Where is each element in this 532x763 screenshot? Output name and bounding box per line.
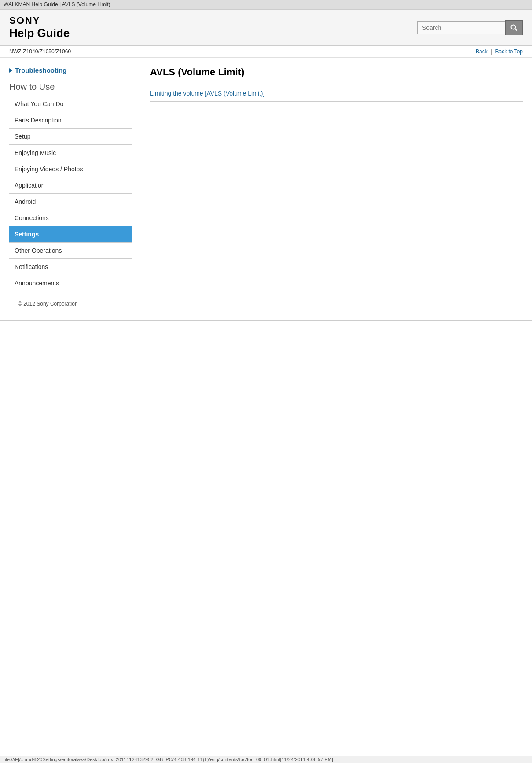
search-input[interactable] <box>417 21 505 34</box>
sidebar: Troubleshooting How to Use What You Can … <box>9 66 132 311</box>
how-to-use-label: How to Use <box>9 82 132 92</box>
sidebar-item-application[interactable]: Application <box>9 177 132 193</box>
article-separator <box>150 85 523 85</box>
sidebar-item-android[interactable]: Android <box>9 193 132 210</box>
header: SONY Help Guide <box>0 10 532 46</box>
svg-point-0 <box>511 25 516 29</box>
sidebar-item-label: Announcements <box>15 280 59 287</box>
sidebar-item-label: Connections <box>15 214 49 221</box>
article-link[interactable]: Limiting the volume [AVLS (Volume Limit)… <box>150 90 264 97</box>
device-model: NWZ-Z1040/Z1050/Z1060 <box>9 48 71 55</box>
sony-logo: SONY <box>9 15 70 26</box>
sidebar-item-announcements[interactable]: Announcements <box>9 275 132 291</box>
sidebar-item-label: Enjoying Music <box>15 149 56 156</box>
sidebar-item-enjoying-videos[interactable]: Enjoying Videos / Photos <box>9 161 132 177</box>
browser-title-bar: WALKMAN Help Guide | AVLS (Volume Limit) <box>0 0 532 9</box>
sidebar-item-label: Android <box>15 198 36 205</box>
search-button[interactable] <box>505 20 523 35</box>
troubleshooting-label: Troubleshooting <box>15 66 67 74</box>
sidebar-item-label: Application <box>15 182 45 189</box>
content-area: Troubleshooting How to Use What You Can … <box>0 58 532 320</box>
nav-links: Back | Back to Top <box>476 48 523 55</box>
nav-separator: | <box>491 48 492 55</box>
sidebar-item-label: Other Operations <box>15 247 62 254</box>
page-wrapper: SONY Help Guide NWZ-Z1040/Z1050/Z1060 Ba… <box>0 9 532 321</box>
help-guide-title: Help Guide <box>9 26 70 40</box>
article-title: AVLS (Volume Limit) <box>150 66 523 78</box>
sidebar-item-label: Parts Description <box>15 117 62 124</box>
troubleshooting-link[interactable]: Troubleshooting <box>9 66 132 74</box>
back-link[interactable]: Back <box>476 48 488 55</box>
chevron-right-icon <box>9 68 12 73</box>
sidebar-item-label: What You Can Do <box>15 100 63 107</box>
footer: © 2012 Sony Corporation <box>9 291 132 311</box>
sidebar-item-parts-description[interactable]: Parts Description <box>9 112 132 128</box>
svg-line-1 <box>515 29 517 31</box>
sidebar-item-notifications[interactable]: Notifications <box>9 258 132 275</box>
search-icon <box>510 24 517 31</box>
logo-area: SONY Help Guide <box>9 15 70 40</box>
copyright: © 2012 Sony Corporation <box>18 301 78 307</box>
sidebar-item-other-operations[interactable]: Other Operations <box>9 242 132 258</box>
article-link-separator <box>150 101 523 102</box>
sidebar-item-label: Notifications <box>15 263 48 270</box>
sidebar-item-label: Enjoying Videos / Photos <box>15 166 83 173</box>
sidebar-item-setup[interactable]: Setup <box>9 128 132 144</box>
sidebar-item-label: Setup <box>15 133 31 140</box>
sidebar-item-settings[interactable]: Settings <box>9 226 132 242</box>
back-to-top-link[interactable]: Back to Top <box>495 48 523 55</box>
search-area <box>417 20 523 35</box>
sub-header: NWZ-Z1040/Z1050/Z1060 Back | Back to Top <box>0 46 532 58</box>
sidebar-item-label: Settings <box>15 231 39 238</box>
main-content: AVLS (Volume Limit) Limiting the volume … <box>141 66 523 311</box>
browser-title-text: WALKMAN Help Guide | AVLS (Volume Limit) <box>4 1 110 7</box>
sidebar-item-what-you-can-do[interactable]: What You Can Do <box>9 96 132 112</box>
sidebar-item-enjoying-music[interactable]: Enjoying Music <box>9 144 132 161</box>
sidebar-item-connections[interactable]: Connections <box>9 210 132 226</box>
